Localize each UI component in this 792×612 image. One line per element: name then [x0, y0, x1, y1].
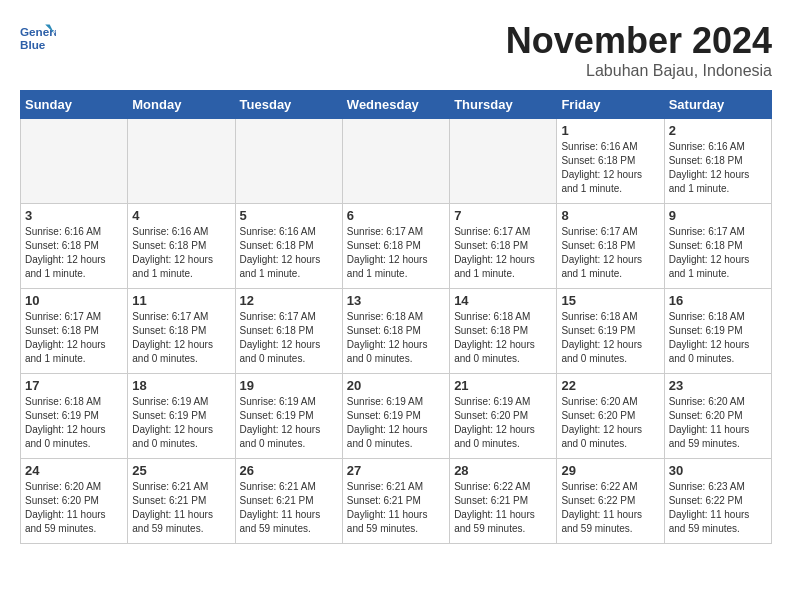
- calendar-cell: [21, 119, 128, 204]
- calendar-cell: 5Sunrise: 6:16 AM Sunset: 6:18 PM Daylig…: [235, 204, 342, 289]
- cell-details: Sunrise: 6:16 AM Sunset: 6:18 PM Dayligh…: [132, 225, 230, 281]
- header: General Blue November 2024 Labuhan Bajau…: [20, 20, 772, 80]
- cell-details: Sunrise: 6:21 AM Sunset: 6:21 PM Dayligh…: [132, 480, 230, 536]
- day-number: 14: [454, 293, 552, 308]
- weekday-header: Tuesday: [235, 91, 342, 119]
- cell-details: Sunrise: 6:17 AM Sunset: 6:18 PM Dayligh…: [669, 225, 767, 281]
- cell-details: Sunrise: 6:18 AM Sunset: 6:18 PM Dayligh…: [454, 310, 552, 366]
- calendar-cell: 13Sunrise: 6:18 AM Sunset: 6:18 PM Dayli…: [342, 289, 449, 374]
- calendar-cell: 16Sunrise: 6:18 AM Sunset: 6:19 PM Dayli…: [664, 289, 771, 374]
- cell-details: Sunrise: 6:20 AM Sunset: 6:20 PM Dayligh…: [669, 395, 767, 451]
- day-number: 12: [240, 293, 338, 308]
- day-number: 5: [240, 208, 338, 223]
- calendar-cell: 27Sunrise: 6:21 AM Sunset: 6:21 PM Dayli…: [342, 459, 449, 544]
- cell-details: Sunrise: 6:17 AM Sunset: 6:18 PM Dayligh…: [454, 225, 552, 281]
- logo-icon: General Blue: [20, 20, 56, 56]
- weekday-header: Friday: [557, 91, 664, 119]
- month-title: November 2024: [506, 20, 772, 62]
- cell-details: Sunrise: 6:17 AM Sunset: 6:18 PM Dayligh…: [561, 225, 659, 281]
- cell-details: Sunrise: 6:16 AM Sunset: 6:18 PM Dayligh…: [561, 140, 659, 196]
- weekday-header: Saturday: [664, 91, 771, 119]
- day-number: 27: [347, 463, 445, 478]
- cell-details: Sunrise: 6:16 AM Sunset: 6:18 PM Dayligh…: [669, 140, 767, 196]
- cell-details: Sunrise: 6:16 AM Sunset: 6:18 PM Dayligh…: [25, 225, 123, 281]
- day-number: 29: [561, 463, 659, 478]
- calendar-cell: 17Sunrise: 6:18 AM Sunset: 6:19 PM Dayli…: [21, 374, 128, 459]
- calendar-cell: 9Sunrise: 6:17 AM Sunset: 6:18 PM Daylig…: [664, 204, 771, 289]
- calendar-cell: 28Sunrise: 6:22 AM Sunset: 6:21 PM Dayli…: [450, 459, 557, 544]
- calendar-cell: 21Sunrise: 6:19 AM Sunset: 6:20 PM Dayli…: [450, 374, 557, 459]
- calendar-cell: [235, 119, 342, 204]
- calendar-cell: 23Sunrise: 6:20 AM Sunset: 6:20 PM Dayli…: [664, 374, 771, 459]
- calendar-cell: 15Sunrise: 6:18 AM Sunset: 6:19 PM Dayli…: [557, 289, 664, 374]
- calendar-cell: 10Sunrise: 6:17 AM Sunset: 6:18 PM Dayli…: [21, 289, 128, 374]
- calendar-table: SundayMondayTuesdayWednesdayThursdayFrid…: [20, 90, 772, 544]
- cell-details: Sunrise: 6:19 AM Sunset: 6:20 PM Dayligh…: [454, 395, 552, 451]
- day-number: 20: [347, 378, 445, 393]
- calendar-header: SundayMondayTuesdayWednesdayThursdayFrid…: [21, 91, 772, 119]
- day-number: 18: [132, 378, 230, 393]
- calendar-cell: 8Sunrise: 6:17 AM Sunset: 6:18 PM Daylig…: [557, 204, 664, 289]
- calendar-body: 1Sunrise: 6:16 AM Sunset: 6:18 PM Daylig…: [21, 119, 772, 544]
- weekday-header: Monday: [128, 91, 235, 119]
- calendar-cell: 24Sunrise: 6:20 AM Sunset: 6:20 PM Dayli…: [21, 459, 128, 544]
- day-number: 22: [561, 378, 659, 393]
- calendar-cell: 18Sunrise: 6:19 AM Sunset: 6:19 PM Dayli…: [128, 374, 235, 459]
- day-number: 1: [561, 123, 659, 138]
- cell-details: Sunrise: 6:18 AM Sunset: 6:19 PM Dayligh…: [561, 310, 659, 366]
- calendar-cell: 6Sunrise: 6:17 AM Sunset: 6:18 PM Daylig…: [342, 204, 449, 289]
- day-number: 28: [454, 463, 552, 478]
- calendar-cell: 4Sunrise: 6:16 AM Sunset: 6:18 PM Daylig…: [128, 204, 235, 289]
- cell-details: Sunrise: 6:17 AM Sunset: 6:18 PM Dayligh…: [25, 310, 123, 366]
- day-number: 4: [132, 208, 230, 223]
- calendar-cell: 11Sunrise: 6:17 AM Sunset: 6:18 PM Dayli…: [128, 289, 235, 374]
- calendar-cell: 12Sunrise: 6:17 AM Sunset: 6:18 PM Dayli…: [235, 289, 342, 374]
- calendar-cell: 3Sunrise: 6:16 AM Sunset: 6:18 PM Daylig…: [21, 204, 128, 289]
- day-number: 13: [347, 293, 445, 308]
- calendar-cell: [128, 119, 235, 204]
- day-number: 17: [25, 378, 123, 393]
- cell-details: Sunrise: 6:22 AM Sunset: 6:21 PM Dayligh…: [454, 480, 552, 536]
- weekday-header: Wednesday: [342, 91, 449, 119]
- day-number: 19: [240, 378, 338, 393]
- calendar-week-row: 10Sunrise: 6:17 AM Sunset: 6:18 PM Dayli…: [21, 289, 772, 374]
- day-number: 21: [454, 378, 552, 393]
- day-number: 30: [669, 463, 767, 478]
- cell-details: Sunrise: 6:19 AM Sunset: 6:19 PM Dayligh…: [347, 395, 445, 451]
- day-number: 7: [454, 208, 552, 223]
- calendar-cell: 7Sunrise: 6:17 AM Sunset: 6:18 PM Daylig…: [450, 204, 557, 289]
- calendar-cell: 29Sunrise: 6:22 AM Sunset: 6:22 PM Dayli…: [557, 459, 664, 544]
- calendar-cell: 14Sunrise: 6:18 AM Sunset: 6:18 PM Dayli…: [450, 289, 557, 374]
- calendar-cell: 25Sunrise: 6:21 AM Sunset: 6:21 PM Dayli…: [128, 459, 235, 544]
- calendar-cell: 1Sunrise: 6:16 AM Sunset: 6:18 PM Daylig…: [557, 119, 664, 204]
- logo: General Blue: [20, 20, 56, 56]
- calendar-week-row: 1Sunrise: 6:16 AM Sunset: 6:18 PM Daylig…: [21, 119, 772, 204]
- calendar-cell: [342, 119, 449, 204]
- calendar-week-row: 3Sunrise: 6:16 AM Sunset: 6:18 PM Daylig…: [21, 204, 772, 289]
- cell-details: Sunrise: 6:16 AM Sunset: 6:18 PM Dayligh…: [240, 225, 338, 281]
- day-number: 24: [25, 463, 123, 478]
- cell-details: Sunrise: 6:18 AM Sunset: 6:18 PM Dayligh…: [347, 310, 445, 366]
- cell-details: Sunrise: 6:17 AM Sunset: 6:18 PM Dayligh…: [347, 225, 445, 281]
- cell-details: Sunrise: 6:21 AM Sunset: 6:21 PM Dayligh…: [240, 480, 338, 536]
- calendar-cell: 2Sunrise: 6:16 AM Sunset: 6:18 PM Daylig…: [664, 119, 771, 204]
- day-number: 10: [25, 293, 123, 308]
- day-number: 9: [669, 208, 767, 223]
- svg-text:Blue: Blue: [20, 38, 46, 51]
- calendar-cell: 26Sunrise: 6:21 AM Sunset: 6:21 PM Dayli…: [235, 459, 342, 544]
- cell-details: Sunrise: 6:18 AM Sunset: 6:19 PM Dayligh…: [669, 310, 767, 366]
- cell-details: Sunrise: 6:20 AM Sunset: 6:20 PM Dayligh…: [25, 480, 123, 536]
- weekday-row: SundayMondayTuesdayWednesdayThursdayFrid…: [21, 91, 772, 119]
- weekday-header: Sunday: [21, 91, 128, 119]
- location-title: Labuhan Bajau, Indonesia: [506, 62, 772, 80]
- cell-details: Sunrise: 6:19 AM Sunset: 6:19 PM Dayligh…: [132, 395, 230, 451]
- calendar-cell: 20Sunrise: 6:19 AM Sunset: 6:19 PM Dayli…: [342, 374, 449, 459]
- day-number: 3: [25, 208, 123, 223]
- cell-details: Sunrise: 6:20 AM Sunset: 6:20 PM Dayligh…: [561, 395, 659, 451]
- calendar-cell: 30Sunrise: 6:23 AM Sunset: 6:22 PM Dayli…: [664, 459, 771, 544]
- day-number: 25: [132, 463, 230, 478]
- calendar-cell: 22Sunrise: 6:20 AM Sunset: 6:20 PM Dayli…: [557, 374, 664, 459]
- title-area: November 2024 Labuhan Bajau, Indonesia: [506, 20, 772, 80]
- cell-details: Sunrise: 6:19 AM Sunset: 6:19 PM Dayligh…: [240, 395, 338, 451]
- cell-details: Sunrise: 6:18 AM Sunset: 6:19 PM Dayligh…: [25, 395, 123, 451]
